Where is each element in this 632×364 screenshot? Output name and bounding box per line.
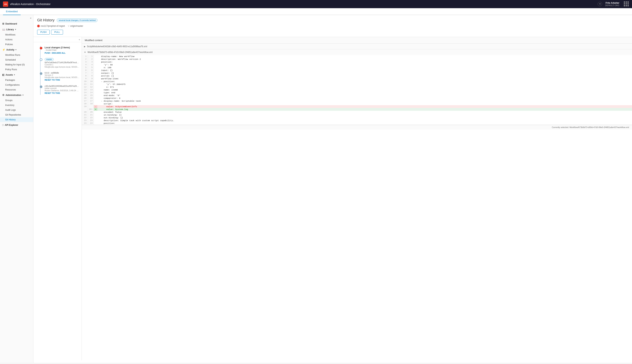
initial-commit-entry: c32c3a305104936ba923cef507a28e23897fd...…: [34, 83, 82, 96]
initial-dot: [40, 86, 42, 88]
sidebar-item-audit-logs[interactable]: Audit Logs: [0, 108, 33, 112]
line-sign: [94, 60, 97, 63]
diff-header-label: Modified content: [85, 39, 102, 42]
line-num-new: 13: [88, 88, 94, 91]
line-code: input: {}: [97, 69, 632, 72]
sidebar-item-packages[interactable]: Packages: [0, 78, 33, 82]
push-action-btn[interactable]: PUSH: [44, 52, 50, 54]
collapsed-file-header[interactable]: ▶ ScriptModule/ee6342b8-c0b0-4d45-9933-e…: [82, 44, 632, 49]
tab-bar: Embedded: [0, 8, 632, 15]
sidebar-item-policies[interactable]: Policies: [0, 42, 33, 47]
local-changes-sub: . Invalid Date: [44, 49, 79, 51]
assets-chevron: ▾: [14, 74, 15, 76]
diff-panel: Modified content ▶ ScriptModule/ee6342b8…: [82, 37, 632, 360]
initial-reset-btn[interactable]: RESET TO THIS: [44, 92, 60, 94]
master-tag: master: [44, 58, 54, 61]
sidebar-item-groups[interactable]: Groups: [0, 98, 33, 103]
sidebar-item-git-repositories[interactable]: Git Repositories: [0, 112, 33, 117]
sidebar-item-dashboard[interactable]: ⊞ Dashboard: [0, 21, 33, 26]
activity-icon: ⚡: [2, 48, 5, 51]
push-button[interactable]: PUSH: [37, 30, 50, 34]
line-num-old: 3: [82, 60, 88, 63]
line-num-new: 3: [88, 60, 94, 63]
line-num-new: 22: [88, 116, 94, 119]
line-num-new: 15: [88, 94, 94, 97]
sidebar-item-configurations[interactable]: Configurations: [0, 82, 33, 87]
line-sign: [94, 91, 97, 94]
main-content: Git History several local changes, 0 com…: [34, 15, 632, 363]
app-logo: vm: [3, 2, 8, 7]
sidebar-item-resources[interactable]: Resources: [0, 87, 33, 92]
help-button[interactable]: ?: [598, 2, 602, 6]
line-num-new: 14: [88, 91, 94, 94]
sidebar-item-git-history[interactable]: Git History: [0, 117, 33, 122]
sidebar-item-actions[interactable]: Actions: [0, 37, 33, 42]
sidebar-section-activity[interactable]: ⚡ Activity ▾: [0, 47, 33, 52]
line-num-old: 18: [82, 102, 88, 105]
local-branch-dot: [37, 25, 40, 27]
admin-chevron: ▾: [22, 94, 24, 96]
line-num-new: 1: [88, 55, 94, 58]
sidebar-section-administration[interactable]: ⚙ Administration ▾: [0, 92, 33, 98]
line-sign: [94, 58, 97, 60]
sidebar-item-workflows[interactable]: Workflows: [0, 32, 33, 37]
sidebar-item-workflow-runs[interactable]: Workflow Runs: [0, 52, 33, 58]
commits-badge: several local changes, 0 commits behind: [57, 18, 98, 22]
remote-branch-name: origin/master: [70, 25, 83, 27]
sidebar-administration-label: Administration: [6, 94, 21, 96]
app-grid-button[interactable]: [624, 2, 629, 7]
version-author: fritz@coke.sqa-horizon.local, 9/3/2019, …: [44, 76, 79, 78]
local-changes-label: Local changes (2 items): [44, 46, 79, 49]
line-num-old: 23: [82, 119, 88, 122]
line-num-new: 23: [88, 119, 94, 122]
line-sign: [94, 111, 97, 114]
initial-hash: c32c3a305104936ba923cef507a28e23897fd...: [44, 85, 79, 87]
sidebar-section-library[interactable]: 📖 Library ▾: [0, 26, 33, 32]
sidebar-item-scheduled[interactable]: Scheduled: [0, 58, 33, 62]
sidebar-collapse-button[interactable]: «: [0, 15, 33, 21]
line-sign: -: [94, 105, 97, 108]
history-collapse-icon[interactable]: «: [79, 38, 80, 41]
topbar: vm vRealize Automation - Orchestrator ? …: [0, 0, 632, 8]
line-num-old: 12: [82, 86, 88, 88]
sidebar-item-waiting-for-input[interactable]: Waiting for Input (0): [0, 62, 33, 67]
line-num-old: 16: [82, 97, 88, 100]
line-num-new: 18: [88, 102, 94, 105]
api-icon: □: [2, 124, 4, 126]
diff-table: 11 display-name: New workflow22 descript…: [82, 55, 632, 125]
sidebar-item-inventory[interactable]: Inventory: [0, 103, 33, 108]
line-sign: [94, 74, 97, 77]
expanded-file-header[interactable]: ▼ Workflow/673b9d73-d09d-47d3-99e0-2f485…: [82, 50, 632, 55]
line-num-new: [88, 105, 94, 108]
line-num-old: 10: [82, 80, 88, 83]
line-num-new: 24: [88, 122, 94, 125]
line-num-new: 11: [88, 83, 94, 86]
line-code: comparator: 0: [97, 97, 632, 100]
line-num-new: 20: [88, 111, 94, 114]
sidebar-api-label: API Explorer: [5, 124, 18, 126]
discard-all-btn[interactable]: DISCARD ALL: [52, 52, 66, 54]
line-sign: [94, 100, 97, 102]
action-buttons: PUSH PULL: [34, 29, 632, 37]
line-sign: [94, 116, 97, 119]
line-num-new: 10: [88, 80, 94, 83]
line-num-old: 24: [82, 122, 88, 125]
line-code: x: 971: [97, 86, 632, 88]
version-reset-btn[interactable]: RESET TO THIS: [44, 79, 60, 81]
sidebar-section-assets[interactable]: ◧ Assets ▾: [0, 72, 33, 78]
sidebar-item-api-explorer[interactable]: □ API Explorer: [0, 122, 33, 128]
tab-embedded[interactable]: Embedded: [3, 8, 21, 15]
pull-button[interactable]: PULL: [51, 30, 63, 34]
sidebar: « ⊞ Dashboard 📖 Library ▾ Workflows Acti…: [0, 15, 34, 363]
line-code: attrib: []: [97, 74, 632, 77]
line-sign: [94, 77, 97, 80]
initial-info: c32c3a305104936ba923cef507a28e23897fd...…: [44, 85, 79, 94]
line-sign: [94, 83, 97, 86]
line-code: script:: [97, 102, 632, 105]
line-sign: [94, 55, 97, 58]
main-layout: « ⊞ Dashboard 📖 Library ▾ Workflows Acti…: [0, 15, 632, 363]
line-num-new: 2: [88, 58, 94, 60]
line-num-old: 5: [82, 66, 88, 69]
line-num-old: 11: [82, 83, 88, 86]
sidebar-item-policy-runs[interactable]: Policy Runs: [0, 67, 33, 72]
